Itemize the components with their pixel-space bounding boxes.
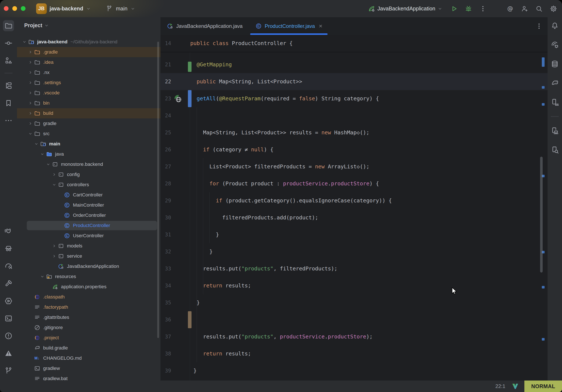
- tree-item-MainController[interactable]: CMainController: [17, 200, 161, 210]
- vim-mode-badge[interactable]: NORMAL: [524, 380, 562, 392]
- tree-item-bin[interactable]: bin: [17, 98, 161, 108]
- tree-item-.nx[interactable]: .nx: [17, 67, 161, 78]
- settings-gear-icon[interactable]: [550, 5, 557, 12]
- code-line-37[interactable]: 37results.put("products", productService…: [161, 328, 548, 345]
- tree-item-controllers[interactable]: controllers: [17, 180, 161, 190]
- debug-button[interactable]: [465, 5, 472, 12]
- tree-item-main[interactable]: main: [17, 139, 161, 149]
- code-line-23[interactable]: 23getAll(@RequestParam(required = false)…: [161, 90, 548, 107]
- chevron-down-icon[interactable]: [86, 6, 91, 11]
- tool-build-tool-window[interactable]: [3, 80, 14, 91]
- chevron-down-icon[interactable]: [21, 39, 28, 45]
- zoom-window-button[interactable]: [21, 6, 25, 11]
- code-line-33[interactable]: 33results.put("products", filteredProduc…: [161, 260, 548, 277]
- chevron-right-icon[interactable]: [27, 110, 34, 117]
- tree-item-.vscode[interactable]: .vscode: [17, 88, 161, 98]
- chevron-down-icon[interactable]: [27, 131, 34, 137]
- chevron-down-icon[interactable]: [33, 141, 40, 147]
- tool-device-explorer[interactable]: [549, 144, 560, 155]
- tool-profiler[interactable]: [3, 261, 14, 272]
- chevron-right-icon[interactable]: [27, 49, 34, 55]
- tool-incognito[interactable]: [3, 243, 14, 254]
- tree-item-CHANGELOG.md[interactable]: M↓CHANGELOG.md: [17, 353, 161, 363]
- tree-item-monostore.backend[interactable]: monostore.backend: [17, 159, 161, 169]
- tool-bookmarks[interactable]: [3, 98, 14, 109]
- chevron-down-icon[interactable]: [51, 181, 57, 188]
- git-branch-icon[interactable]: [105, 5, 113, 12]
- tool-project[interactable]: [3, 20, 14, 31]
- chevron-right-icon[interactable]: [27, 100, 34, 106]
- chevron-right-icon[interactable]: [27, 90, 34, 96]
- tree-item-.project[interactable]: .project: [17, 333, 161, 343]
- tree-item-java-backend[interactable]: java-backend~/Github/java-backend: [17, 37, 161, 47]
- code-line-27[interactable]: 27List<Product> filteredProducts = new A…: [161, 158, 548, 175]
- code-line-26[interactable]: 26if (category ≠ null) {: [161, 141, 548, 158]
- code-line-29[interactable]: 29if (product.getCategory().equalsIgnore…: [161, 192, 548, 209]
- code-line-34[interactable]: 34return results;: [161, 277, 548, 294]
- chevron-down-icon[interactable]: [39, 151, 46, 157]
- chevron-right-icon[interactable]: [27, 80, 34, 86]
- tree-item-service[interactable]: service: [17, 251, 161, 261]
- editor-scrollbar[interactable]: [540, 157, 543, 273]
- tree-item-OrderController[interactable]: COrderController: [17, 210, 161, 220]
- tool-gradle[interactable]: [549, 78, 560, 89]
- code-line-35[interactable]: 35}: [161, 294, 548, 311]
- project-menu[interactable]: java-backend: [49, 6, 83, 12]
- tree-item-.classpath[interactable]: .classpath: [17, 292, 161, 302]
- code-line-36[interactable]: 36: [161, 311, 548, 328]
- sticky-header-line[interactable]: 14public class ProductController {: [161, 35, 548, 52]
- tree-item-gradlew[interactable]: gradlew: [17, 363, 161, 373]
- caret-position-widget[interactable]: 22:1: [495, 383, 505, 389]
- tree-item-.settings[interactable]: .settings: [17, 78, 161, 88]
- tool-commit[interactable]: [3, 38, 14, 49]
- code-editor[interactable]: 21@GetMapping22public Map<String, List<P…: [161, 35, 548, 380]
- tool-git[interactable]: [3, 365, 14, 376]
- sticky-line-14[interactable]: 14public class ProductController {: [161, 35, 548, 52]
- tree-item-.idea[interactable]: .idea: [17, 57, 161, 67]
- code-with-me-icon[interactable]: [521, 5, 528, 12]
- project-tree-scrollbar[interactable]: [157, 42, 159, 338]
- code-line-31[interactable]: 31}: [161, 226, 548, 243]
- code-line-21[interactable]: 21@GetMapping: [161, 56, 548, 73]
- tree-item-application.properties[interactable]: application.properties: [17, 282, 161, 292]
- code-line-28[interactable]: 28for (Product product : productService.…: [161, 175, 548, 192]
- chevron-right-icon[interactable]: [51, 243, 57, 249]
- tree-item-models[interactable]: models: [17, 241, 161, 251]
- code-line-30[interactable]: 30filteredProducts.add(product);: [161, 209, 548, 226]
- ai-assistant-icon[interactable]: @: [506, 5, 514, 12]
- tree-item-.gradle[interactable]: .gradle: [17, 47, 161, 57]
- tree-item-.gitattributes[interactable]: .gitattributes: [17, 312, 161, 322]
- tree-item-CartController[interactable]: CCartController: [17, 190, 161, 200]
- tool-structure[interactable]: [3, 55, 14, 66]
- minimize-window-button[interactable]: [12, 6, 17, 11]
- tree-item-gradlew.bat[interactable]: gradlew.bat: [17, 373, 161, 380]
- search-everywhere-icon[interactable]: [535, 5, 543, 12]
- tool-notifications[interactable]: [549, 20, 560, 31]
- tree-item-ProductController[interactable]: CProductController: [17, 220, 161, 231]
- chevron-right-icon[interactable]: [27, 69, 34, 76]
- tree-item-config[interactable]: config: [17, 169, 161, 180]
- chevron-down-icon[interactable]: [39, 273, 46, 280]
- tool-ai-assistant[interactable]: [549, 39, 560, 50]
- tool-running-devices[interactable]: [549, 97, 560, 108]
- tool-database[interactable]: [549, 59, 560, 70]
- tree-item-src[interactable]: src: [17, 129, 161, 139]
- code-line-24[interactable]: 24: [161, 107, 548, 124]
- chevron-right-icon[interactable]: [27, 120, 34, 127]
- tree-item-build.gradle[interactable]: build.gradle: [17, 343, 161, 353]
- chevron-right-icon[interactable]: [27, 59, 34, 65]
- tree-item-UserController[interactable]: CUserController: [17, 231, 161, 241]
- tool-services[interactable]: [3, 296, 14, 307]
- chevron-down-icon[interactable]: [45, 161, 51, 167]
- tool-terminal[interactable]: [3, 313, 14, 324]
- code-line-22[interactable]: 22public Map<String, List<Product>>: [161, 73, 548, 90]
- editor-tab-JavaBackendApplication.java[interactable]: JavaBackendApplication.java: [161, 17, 249, 35]
- tree-item-build[interactable]: build: [17, 108, 161, 119]
- chevron-down-icon[interactable]: [130, 6, 135, 11]
- code-line-32[interactable]: 32}: [161, 243, 548, 260]
- tool-ai-cat[interactable]: [3, 226, 14, 237]
- tool-device-mirror[interactable]: [549, 125, 560, 136]
- editor-tab-ProductController.java[interactable]: CProductController.java×: [249, 17, 329, 35]
- close-window-button[interactable]: [4, 6, 9, 11]
- tab-options-kebab-icon[interactable]: [535, 22, 543, 30]
